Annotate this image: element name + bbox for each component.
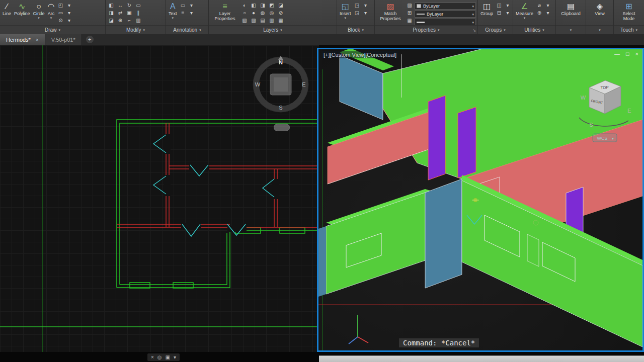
layer-tool-icon[interactable]: ▦ <box>277 17 285 24</box>
utilities-tool-icon[interactable]: ⌀ <box>535 2 543 9</box>
command-line[interactable]: Command: *Cancel* <box>399 338 479 347</box>
modify-tool-icon[interactable]: ↻ <box>125 2 133 9</box>
utilities-tool-icon[interactable]: ▾ <box>544 10 552 17</box>
block-tool-icon[interactable]: ▾ <box>362 10 370 17</box>
panel-label-modify[interactable]: Modify ▾ <box>106 25 166 34</box>
layer-tool-icon[interactable]: ◨ <box>259 2 267 9</box>
circle-button[interactable]: ○ Circle ▾ <box>32 1 46 20</box>
panel-label-groups[interactable]: Groups ▾ <box>478 25 513 34</box>
arc-button[interactable]: ◠ Arc ▾ <box>47 1 56 20</box>
annotation-tool-icon[interactable]: ≡ <box>179 10 187 17</box>
wcs-menu[interactable]: WCS ▾ <box>593 134 617 142</box>
close-icon[interactable]: × <box>635 51 638 57</box>
panel-label-touch[interactable]: Touch ▾ <box>614 25 644 34</box>
modify-tool-icon[interactable]: ⌐ <box>125 17 133 24</box>
panel-label-layers[interactable]: Layers ▾ <box>209 25 337 34</box>
match-properties-button[interactable]: ▨ Match Properties <box>376 1 405 22</box>
block-tool-icon[interactable]: ◲ <box>353 10 361 17</box>
properties-tool-icon[interactable]: ▨ <box>406 2 414 9</box>
file-tab-v50[interactable]: V.50-p01* <box>45 34 82 45</box>
layer-tool-icon[interactable]: ● <box>250 10 258 17</box>
draw-tool-icon[interactable]: ▭ <box>57 10 65 17</box>
viewcube-s-label[interactable]: S <box>589 122 593 128</box>
viewcube-top-label[interactable]: TOP <box>600 85 609 90</box>
measure-flyout-icon[interactable]: ▾ <box>524 16 526 20</box>
panel-label-utilities[interactable]: Utilities ▾ <box>513 25 555 34</box>
layer-tool-icon[interactable]: ▧ <box>240 17 249 24</box>
properties-tool-icon[interactable]: ⊞ <box>406 10 414 17</box>
draw-tool-icon[interactable]: ◰ <box>57 2 65 9</box>
viewport-controls-label[interactable]: [+][Custom View][Conceptual] <box>321 51 398 58</box>
wcs-caret-icon[interactable]: ▾ <box>612 137 614 140</box>
block-tool-icon[interactable]: ▾ <box>362 2 370 9</box>
groups-tool-icon[interactable]: ▾ <box>504 10 512 17</box>
object-color-dropdown[interactable]: ByLayer ▾ <box>415 3 476 10</box>
layer-tool-icon[interactable]: ◐ <box>240 2 249 9</box>
viewport-2d[interactable]: N S W E <box>0 45 319 352</box>
layer-properties-button[interactable]: ≡ Layer Properties <box>210 1 239 22</box>
modify-tool-icon[interactable]: ▥ <box>134 17 142 24</box>
layer-tool-icon[interactable]: ◪ <box>277 2 285 9</box>
viewcube-e-label[interactable]: E <box>627 108 631 114</box>
layer-tool-icon[interactable]: ◧ <box>250 2 258 9</box>
modify-tool-icon[interactable]: ↔ <box>116 2 124 9</box>
panel-label-draw[interactable]: Draw ▾ <box>0 25 105 34</box>
draw-tool-icon[interactable]: ▾ <box>65 17 73 24</box>
file-tab-hermods[interactable]: Hermods* × <box>0 34 45 45</box>
insert-button[interactable]: ◱ Insert ▾ <box>339 1 352 20</box>
compass-e-label[interactable]: E <box>302 81 305 87</box>
wcs-label[interactable]: WCS <box>597 136 608 141</box>
lineweight-dropdown[interactable]: ▾ <box>415 19 476 25</box>
text-flyout-icon[interactable]: ▾ <box>172 16 174 20</box>
status-tool-icon[interactable]: ▣ <box>166 354 170 360</box>
draw-tool-icon[interactable]: ⊙ <box>57 17 65 24</box>
layer-tool-icon[interactable]: ▥ <box>268 17 276 24</box>
modify-tool-icon[interactable]: ◨ <box>107 10 115 17</box>
clipboard-button[interactable]: ▤ Clipboard <box>560 1 582 17</box>
properties-dialog-launcher-icon[interactable]: ↘ <box>472 28 476 33</box>
navbar-handle[interactable] <box>274 124 290 131</box>
text-button[interactable]: A Text ▾ <box>168 1 178 20</box>
minimize-icon[interactable]: — <box>614 51 620 57</box>
restore-icon[interactable]: □ <box>626 51 629 57</box>
block-tool-icon[interactable]: ◳ <box>353 2 361 9</box>
panel-label-clipboard[interactable]: ▾ <box>556 25 586 34</box>
compass-s-label[interactable]: S <box>279 105 282 111</box>
group-button[interactable]: ◫ Group <box>479 1 494 17</box>
compass-w-label[interactable]: W <box>255 81 261 87</box>
command-scrollbar[interactable] <box>319 355 644 362</box>
layer-tool-icon[interactable]: ○ <box>240 10 249 17</box>
panel-label-properties[interactable]: Properties ▾ ↘ <box>375 25 477 34</box>
layer-tool-icon[interactable]: ▤ <box>259 17 267 24</box>
model-3d-canvas[interactable]: TOP FRONT W E S WCS ▾ <box>318 49 642 350</box>
compass-n-label[interactable]: N <box>279 59 283 65</box>
circle-flyout-icon[interactable]: ▾ <box>38 16 40 20</box>
close-tab-icon[interactable]: × <box>36 37 39 43</box>
layer-tool-icon[interactable]: ▨ <box>250 17 258 24</box>
layer-tool-icon[interactable]: ◩ <box>268 2 276 9</box>
groups-tool-icon[interactable]: ▾ <box>504 2 512 9</box>
modify-tool-icon[interactable]: ▭ <box>134 2 142 9</box>
draw-tool-icon[interactable]: ▾ <box>65 2 73 9</box>
new-tab-button[interactable]: + <box>86 36 94 43</box>
panel-label-annotation[interactable]: Annotation ▾ <box>166 25 208 34</box>
panel-label-block[interactable]: Block ▾ <box>337 25 374 34</box>
viewcube-w-label[interactable]: W <box>581 95 586 101</box>
annotation-tool-icon[interactable]: ▾ <box>188 10 196 17</box>
groups-tool-icon[interactable]: ⊟ <box>495 10 503 17</box>
modify-tool-icon[interactable]: ◧ <box>107 2 115 9</box>
layer-tool-icon[interactable]: ⊘ <box>277 10 285 17</box>
status-tool-icon[interactable]: ◎ <box>157 354 162 360</box>
viewport-3d[interactable]: TOP FRONT W E S WCS ▾ <box>317 48 644 352</box>
groups-tool-icon[interactable]: ◫ <box>495 2 503 9</box>
measure-button[interactable]: ∠ Measure ▾ <box>515 1 534 20</box>
status-tool-icon[interactable]: × <box>151 354 154 360</box>
line-button[interactable]: ∕ Line <box>2 1 12 17</box>
annotation-tool-icon[interactable]: ▾ <box>188 2 196 9</box>
status-tool-icon[interactable]: ▾ <box>174 354 176 360</box>
layer-tool-icon[interactable]: ◍ <box>259 10 267 17</box>
view-button[interactable]: ◈ View <box>594 1 605 17</box>
insert-flyout-icon[interactable]: ▾ <box>345 16 347 20</box>
navigation-compass[interactable]: N S W E <box>252 55 310 114</box>
modify-tool-icon[interactable]: ∥ <box>134 10 142 17</box>
